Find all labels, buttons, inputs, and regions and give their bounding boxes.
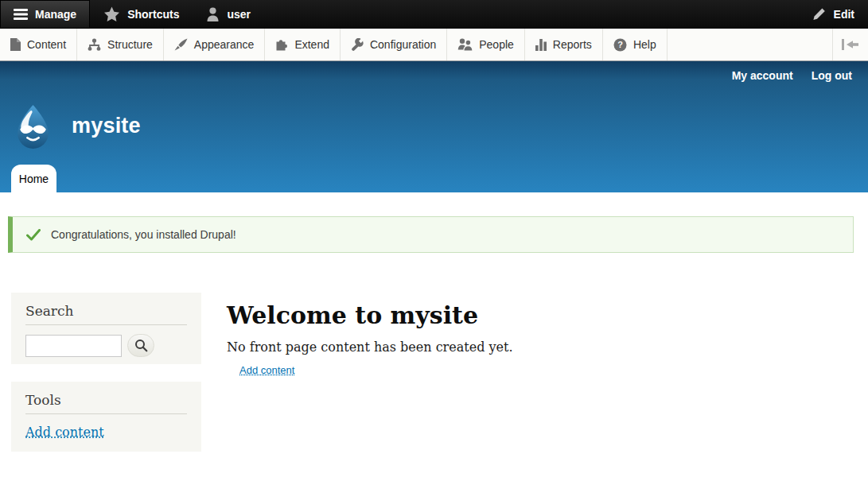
toolbar-tray: Content Structure Appearance	[0, 29, 868, 61]
tray-item-reports[interactable]: Reports	[525, 29, 603, 60]
star-icon	[103, 6, 120, 22]
tray-label: Content	[27, 38, 66, 51]
tray-item-extend[interactable]: Extend	[265, 29, 341, 60]
tray-item-structure[interactable]: Structure	[77, 29, 164, 60]
puzzle-icon	[275, 39, 288, 51]
search-submit-button[interactable]	[127, 334, 154, 357]
tray-label: Configuration	[370, 38, 436, 51]
paintbrush-icon	[174, 38, 188, 51]
drupal-admin-page: Manage Shortcuts user Edit	[0, 0, 868, 489]
search-block: Search	[11, 293, 201, 364]
my-account-link[interactable]: My account	[732, 69, 793, 82]
tools-add-content-link[interactable]: Add content	[25, 425, 104, 440]
user-label: user	[227, 8, 251, 21]
tray-label: Reports	[553, 38, 592, 51]
shortcuts-button[interactable]: Shortcuts	[90, 0, 193, 29]
empty-front-page-message: No front page content has been created y…	[227, 340, 513, 355]
status-message: Congratulations, you installed Drupal!	[8, 216, 854, 253]
tools-block-title: Tools	[25, 392, 187, 414]
logout-link[interactable]: Log out	[812, 69, 852, 82]
user-icon	[206, 7, 220, 21]
site-header: My account Log out mysite Home	[0, 61, 868, 192]
pencil-icon	[812, 7, 827, 21]
help-icon: ?	[613, 38, 627, 52]
search-block-title: Search	[25, 303, 187, 325]
tab-home[interactable]: Home	[11, 165, 56, 192]
checkmark-icon	[26, 229, 41, 241]
manage-label: Manage	[35, 8, 76, 21]
tray-item-appearance[interactable]: Appearance	[164, 29, 266, 60]
wrench-icon	[351, 38, 364, 51]
search-form	[25, 334, 187, 357]
hamburger-icon	[14, 9, 28, 20]
svg-text:?: ?	[617, 40, 623, 49]
tray-label: People	[479, 38, 514, 51]
secondary-menu: My account Log out	[732, 69, 852, 82]
status-message-text: Congratulations, you installed Drupal!	[51, 228, 236, 241]
tray-item-content[interactable]: Content	[0, 29, 77, 60]
tray-spacer	[668, 29, 832, 60]
tools-block: Tools Add content	[11, 382, 201, 452]
barchart-icon	[535, 38, 547, 51]
tray-label: Help	[633, 38, 656, 51]
sitemap-icon	[88, 38, 101, 51]
user-menu-button[interactable]: user	[193, 0, 264, 29]
drupal-logo	[10, 103, 56, 149]
tray-label: Extend	[294, 38, 329, 51]
tray-item-configuration[interactable]: Configuration	[341, 29, 447, 60]
manage-menu-button[interactable]: Manage	[0, 0, 90, 29]
add-content-link[interactable]: Add content	[239, 364, 294, 376]
toggle-orientation-icon	[842, 39, 859, 50]
site-name: mysite	[72, 114, 141, 138]
search-input[interactable]	[25, 335, 122, 357]
document-icon	[10, 38, 21, 51]
admin-toolbar: Manage Shortcuts user Edit	[0, 0, 868, 29]
tray-label: Appearance	[194, 38, 255, 51]
site-branding[interactable]: mysite	[10, 103, 141, 149]
tray-label: Structure	[107, 38, 153, 51]
shortcuts-label: Shortcuts	[127, 8, 179, 21]
page-title: Welcome to mysite	[227, 301, 478, 329]
edit-label: Edit	[834, 8, 854, 21]
search-icon	[134, 339, 148, 352]
topbar-spacer	[264, 0, 799, 29]
toolbar-orientation-toggle[interactable]	[832, 29, 868, 60]
tray-item-people[interactable]: People	[447, 29, 525, 60]
people-icon	[457, 38, 473, 51]
tray-item-help[interactable]: ? Help	[603, 29, 668, 60]
edit-mode-button[interactable]: Edit	[799, 0, 868, 29]
home-tab-label: Home	[19, 173, 49, 185]
